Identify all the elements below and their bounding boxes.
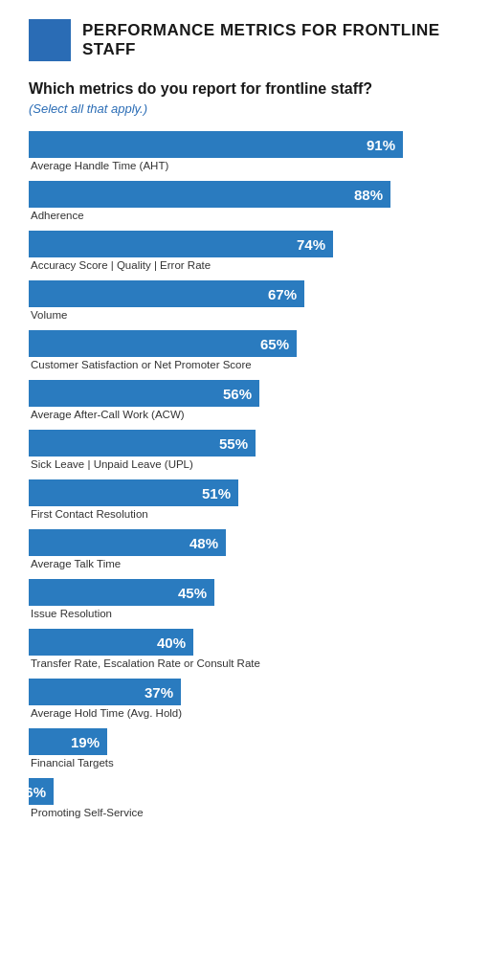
bar-row-fcr: 51%First Contact Resolution xyxy=(29,479,461,520)
bar-label-transfer-rate: 40% xyxy=(157,635,186,651)
bar-fill-acw: 56% xyxy=(29,380,259,407)
bar-chart: 91%Average Handle Time (AHT)88%Adherence… xyxy=(29,131,461,818)
bar-description-hold-time: Average Hold Time (Avg. Hold) xyxy=(29,707,461,719)
header-accent-square xyxy=(29,19,71,61)
bar-label-sick-leave: 55% xyxy=(219,435,248,452)
question-subtitle: (Select all that apply.) xyxy=(29,101,461,116)
bar-description-acw: Average After-Call Work (ACW) xyxy=(29,409,461,420)
bar-label-acw: 56% xyxy=(223,386,252,402)
page-title: PERFORMANCE METRICS FOR FRONTLINE STAFF xyxy=(82,21,461,59)
bar-row-adherence: 88%Adherence xyxy=(29,181,461,221)
bar-row-acw: 56%Average After-Call Work (ACW) xyxy=(29,380,461,420)
bar-wrapper-financial: 19% xyxy=(29,728,461,755)
bar-label-hold-time: 37% xyxy=(145,684,173,701)
bar-label-financial: 19% xyxy=(71,734,100,750)
bar-row-financial: 19%Financial Targets xyxy=(29,728,461,768)
bar-description-fcr: First Contact Resolution xyxy=(29,508,461,520)
bar-description-issue-resolution: Issue Resolution xyxy=(29,608,461,619)
bar-wrapper-issue-resolution: 45% xyxy=(29,579,461,606)
bar-label-accuracy: 74% xyxy=(297,236,325,253)
bar-row-transfer-rate: 40%Transfer Rate, Escalation Rate or Con… xyxy=(29,629,461,669)
bar-description-aht: Average Handle Time (AHT) xyxy=(29,160,461,171)
bar-wrapper-adherence: 88% xyxy=(29,181,461,208)
bar-fill-sick-leave: 55% xyxy=(29,430,256,457)
bar-label-issue-resolution: 45% xyxy=(178,585,207,601)
bar-wrapper-acw: 56% xyxy=(29,380,461,407)
bar-row-issue-resolution: 45%Issue Resolution xyxy=(29,579,461,619)
bar-row-accuracy: 74%Accuracy Score | Quality | Error Rate xyxy=(29,231,461,271)
bar-fill-financial: 19% xyxy=(29,728,107,755)
bar-description-financial: Financial Targets xyxy=(29,757,461,768)
bar-wrapper-csat: 65% xyxy=(29,330,461,357)
bar-label-aht: 91% xyxy=(367,137,395,153)
bar-label-att: 48% xyxy=(189,535,218,551)
bar-row-volume: 67%Volume xyxy=(29,280,461,321)
bar-fill-csat: 65% xyxy=(29,330,297,357)
bar-row-self-service: 6%Promoting Self-Service xyxy=(29,778,461,818)
bar-description-transfer-rate: Transfer Rate, Escalation Rate or Consul… xyxy=(29,657,461,669)
bar-description-att: Average Talk Time xyxy=(29,558,461,569)
bar-description-accuracy: Accuracy Score | Quality | Error Rate xyxy=(29,259,461,271)
bar-description-csat: Customer Satisfaction or Net Promoter Sc… xyxy=(29,359,461,370)
page-header: PERFORMANCE METRICS FOR FRONTLINE STAFF xyxy=(29,19,461,61)
bar-fill-aht: 91% xyxy=(29,131,403,158)
bar-fill-hold-time: 37% xyxy=(29,679,181,705)
bar-wrapper-sick-leave: 55% xyxy=(29,430,461,457)
bar-row-aht: 91%Average Handle Time (AHT) xyxy=(29,131,461,171)
bar-label-csat: 65% xyxy=(260,336,289,352)
bar-fill-self-service: 6% xyxy=(29,778,54,805)
bar-wrapper-att: 48% xyxy=(29,529,461,556)
bar-row-sick-leave: 55%Sick Leave | Unpaid Leave (UPL) xyxy=(29,430,461,470)
bar-description-sick-leave: Sick Leave | Unpaid Leave (UPL) xyxy=(29,458,461,470)
bar-description-self-service: Promoting Self-Service xyxy=(29,807,461,818)
bar-label-fcr: 51% xyxy=(202,485,231,501)
bar-wrapper-hold-time: 37% xyxy=(29,679,461,705)
bar-fill-fcr: 51% xyxy=(29,479,238,506)
bar-fill-att: 48% xyxy=(29,529,226,556)
bar-fill-issue-resolution: 45% xyxy=(29,579,214,606)
bar-row-csat: 65%Customer Satisfaction or Net Promoter… xyxy=(29,330,461,370)
bar-wrapper-transfer-rate: 40% xyxy=(29,629,461,656)
bar-description-volume: Volume xyxy=(29,309,461,321)
bar-wrapper-accuracy: 74% xyxy=(29,231,461,257)
bar-label-adherence: 88% xyxy=(354,187,383,203)
bar-description-adherence: Adherence xyxy=(29,210,461,221)
bar-row-att: 48%Average Talk Time xyxy=(29,529,461,569)
bar-wrapper-fcr: 51% xyxy=(29,479,461,506)
bar-wrapper-aht: 91% xyxy=(29,131,461,158)
bar-row-hold-time: 37%Average Hold Time (Avg. Hold) xyxy=(29,679,461,719)
bar-fill-adherence: 88% xyxy=(29,181,390,208)
bar-wrapper-volume: 67% xyxy=(29,280,461,307)
bar-fill-volume: 67% xyxy=(29,280,304,307)
bar-label-self-service: 6% xyxy=(25,784,46,800)
bar-wrapper-self-service: 6% xyxy=(29,778,461,805)
bar-fill-transfer-rate: 40% xyxy=(29,629,193,656)
bar-fill-accuracy: 74% xyxy=(29,231,333,257)
question-text: Which metrics do you report for frontlin… xyxy=(29,80,461,98)
bar-label-volume: 67% xyxy=(268,286,297,302)
